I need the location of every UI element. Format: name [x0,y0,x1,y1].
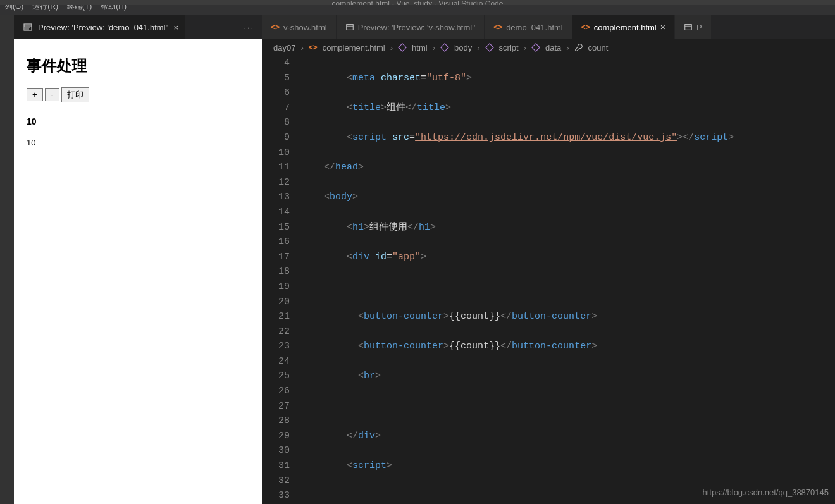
svg-rect-9 [441,44,448,51]
chevron-right-icon: › [298,43,306,52]
html-file-icon: <> [581,23,590,32]
tab-label: Preview: 'Preview: 'v-show.html'' [358,23,475,32]
crumb-file[interactable]: complement.html [323,43,385,52]
tab-complement[interactable]: <> complement.html × [572,15,675,39]
window-title: complement.html - Vue_study - Visual Stu… [0,0,835,5]
symbol-icon [531,43,540,52]
preview-content: 事件处理 + - 打印 10 10 [14,39,262,504]
editor-tabs: <> v-show.html Preview: 'Preview: 'v-sho… [262,15,835,39]
svg-rect-11 [532,44,540,51]
close-icon[interactable]: × [660,22,665,32]
html-file-icon: <> [493,23,502,32]
html-file-icon: <> [309,43,318,52]
chevron-right-icon: › [388,43,395,52]
line-numbers: 4 5 6 7 8 9 10 11 12 13 14 15 16 17 18 1… [262,56,301,504]
menu-go[interactable]: 列(G) [5,5,23,12]
symbol-icon [485,43,494,52]
tab-preview-vshow[interactable]: Preview: 'Preview: 'v-show.html'' [337,15,485,39]
crumb-folder[interactable]: day07 [273,43,295,52]
menu-run[interactable]: 运行(R) [32,5,58,12]
editor: <> v-show.html Preview: 'Preview: 'v-sho… [262,15,835,504]
chevron-right-icon: › [474,43,482,52]
chevron-right-icon: › [564,43,571,52]
breadcrumbs[interactable]: day07 › <> complement.html › html › body… [262,39,835,56]
side-panel: Preview: 'Preview: 'demo_041.html'' × ··… [14,15,262,504]
preview-icon [23,22,33,32]
wrench-icon [574,43,583,52]
side-tab-more[interactable]: ··· [244,23,262,32]
activity-bar[interactable] [0,15,14,504]
menu-bar: 列(G) 运行(R) 终端(T) 帮助(H) [0,5,835,15]
preview-heading: 事件处理 [27,56,249,76]
preview-tab[interactable]: Preview: 'Preview: 'demo_041.html'' × [14,15,185,39]
close-icon[interactable]: × [173,23,178,32]
crumb-data[interactable]: data [545,43,561,52]
crumb-body[interactable]: body [454,43,472,52]
chevron-right-icon: › [430,43,438,52]
preview-tab-label: Preview: 'Preview: 'demo_041.html'' [38,23,168,32]
preview-icon [684,23,693,32]
crumb-html[interactable]: html [412,43,428,52]
html-file-icon: <> [271,23,280,32]
menu-help[interactable]: 帮助(H) [101,5,127,12]
svg-rect-10 [485,44,493,51]
tab-label: complement.html [594,23,657,32]
preview-icon [345,23,354,32]
symbol-icon [398,43,407,52]
tab-vshow[interactable]: <> v-show.html [262,15,337,39]
crumb-count[interactable]: count [588,43,609,52]
tab-label: v-show.html [283,23,327,32]
code-content[interactable]: <meta charset="utf-8"> <title>组件</title>… [301,56,835,504]
tab-overflow[interactable]: P [675,15,712,39]
tab-demo041[interactable]: <> demo_041.html [485,15,572,39]
preview-value-bold: 10 [27,116,249,126]
crumb-script[interactable]: script [499,43,519,52]
plus-button[interactable]: + [27,88,43,101]
symbol-icon [440,43,449,52]
tab-label: P [696,23,702,32]
chevron-right-icon: › [521,43,529,52]
svg-rect-6 [685,25,692,30]
svg-rect-4 [346,25,353,30]
minus-button[interactable]: - [45,88,59,101]
print-button[interactable]: 打印 [61,87,89,102]
preview-value: 10 [27,138,249,147]
menu-terminal[interactable]: 终端(T) [67,5,92,12]
watermark: https://blog.csdn.net/qq_38870145 [703,485,829,500]
svg-rect-8 [399,44,406,51]
tab-label: demo_041.html [506,23,563,32]
